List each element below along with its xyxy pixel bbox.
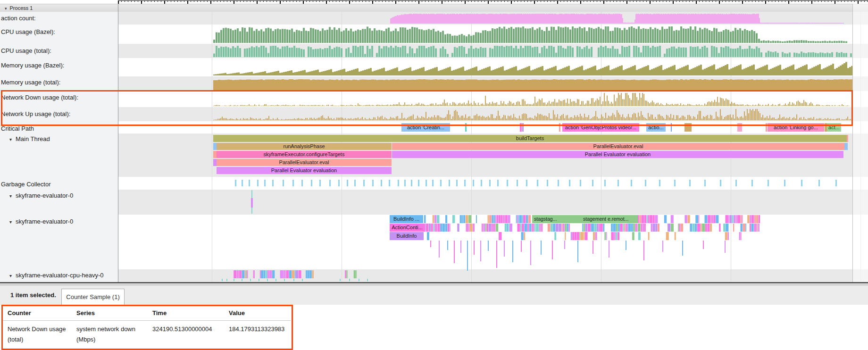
trace-span[interactable]	[213, 151, 217, 158]
track-label-critical-path: Critical Path	[1, 125, 34, 132]
trace-span[interactable]: ActionConti...	[390, 224, 425, 232]
ruler-minor-tick	[276, 0, 277, 2]
trace-span[interactable]	[520, 123, 522, 132]
track-label-text: Network Up usage (total):	[1, 110, 70, 117]
ruler-minor-tick	[501, 0, 501, 2]
ruler-minor-tick	[620, 0, 620, 2]
ruler-major-tick	[257, 0, 258, 4]
track-expander-icon[interactable]: ▾	[9, 137, 12, 142]
track-label-mem-total: Memory usage (total):	[1, 79, 60, 86]
ruler-minor-tick	[551, 0, 551, 2]
ruler-minor-tick	[237, 0, 237, 2]
trace-span[interactable]: buildTargets	[213, 135, 847, 142]
cell-time: 324190.51300000004	[148, 321, 224, 345]
trace-span[interactable]: action 'Creatin...	[401, 123, 450, 132]
process-expander-icon[interactable]: ▾	[5, 6, 7, 11]
ruler-major-tick	[187, 0, 188, 4]
ruler-minor-tick	[636, 0, 637, 2]
track-row-bg	[118, 12, 868, 25]
trace-span[interactable]: runAnalysisPhase	[217, 143, 392, 150]
ruler-minor-tick	[451, 0, 452, 2]
trace-span[interactable]	[847, 135, 848, 142]
trace-span[interactable]	[213, 143, 217, 150]
trace-span[interactable]: skyframeExecutor.configureTargets	[217, 151, 392, 158]
ruler-major-tick	[234, 0, 234, 4]
ruler-minor-tick	[739, 0, 739, 2]
trace-span[interactable]	[684, 123, 692, 132]
trace-span[interactable]: BuildInfo	[390, 232, 424, 240]
ruler-minor-tick	[267, 0, 267, 2]
ruler-major-tick	[557, 0, 558, 4]
ruler-major-tick	[418, 0, 419, 4]
trace-span[interactable]: action 'Linking go...	[768, 123, 824, 132]
track-label-text: Memory usage (total):	[1, 79, 60, 86]
ruler-minor-tick	[412, 0, 412, 2]
ruler-minor-tick	[600, 0, 601, 2]
trace-span[interactable]	[844, 143, 848, 150]
ruler-major-tick	[811, 0, 812, 4]
tab-counter-sample[interactable]: Counter Sample (1)	[61, 289, 125, 305]
track-row-bg	[118, 76, 868, 91]
ruler-minor-tick	[584, 0, 584, 2]
ruler-minor-tick	[240, 0, 241, 2]
ruler-minor-tick	[435, 0, 435, 2]
track-expander-icon[interactable]: ▾	[9, 193, 12, 199]
trace-span[interactable]	[766, 123, 767, 132]
trace-span[interactable]	[213, 159, 217, 166]
trace-viewer: ▾Process 1 action 'Creatin...action 'Gen…	[0, 0, 868, 350]
ruler-minor-tick	[247, 0, 247, 2]
ruler-minor-tick	[260, 0, 260, 2]
ruler-minor-tick	[293, 0, 293, 2]
trace-span[interactable]	[671, 123, 672, 132]
ruler-minor-tick	[385, 0, 386, 2]
track-expander-icon[interactable]: ▾	[9, 219, 12, 225]
ruler-minor-tick	[663, 0, 663, 2]
timeline[interactable]: action 'Creatin...action 'GenObjcProtos …	[0, 12, 868, 282]
trace-span[interactable]	[465, 123, 467, 132]
ruler-minor-tick	[382, 0, 383, 2]
ruler-minor-tick	[498, 0, 498, 2]
trace-span[interactable]: actio...	[646, 123, 666, 132]
overlapping-slice-label: stagement e.remot...	[583, 215, 628, 223]
ruler-minor-tick	[630, 0, 630, 2]
track-label-garbage-collector: Garbage Collector	[1, 181, 51, 188]
ruler-minor-tick	[564, 0, 564, 2]
right-gutter-line	[852, 4, 853, 282]
trace-span[interactable]: BuildInfo ...	[390, 215, 423, 223]
ruler-minor-tick	[283, 0, 284, 2]
panel-splitter[interactable]	[0, 282, 868, 286]
ruler-major-tick	[326, 0, 327, 4]
ruler-minor-tick	[138, 0, 138, 2]
track-row-bg	[118, 107, 868, 121]
ruler-major-tick	[534, 0, 535, 4]
ruler-minor-tick	[623, 0, 624, 2]
ruler-minor-tick	[171, 0, 171, 2]
ruler-minor-tick	[679, 0, 680, 2]
ruler-minor-tick	[296, 0, 297, 2]
trace-span[interactable]	[559, 123, 560, 132]
ruler-minor-tick	[455, 0, 455, 2]
ruler-minor-tick	[640, 0, 640, 2]
track-label-text: Memory usage (Bazel):	[1, 62, 64, 69]
ruler-minor-tick	[191, 0, 191, 2]
table-row[interactable]: Network Down usage (total) system networ…	[3, 321, 291, 345]
ruler-minor-tick	[438, 0, 439, 2]
ruler-minor-tick	[825, 0, 825, 2]
track-label-net-down: Network Down usage (total):	[1, 94, 78, 101]
track-label-text: Garbage Collector	[1, 181, 51, 188]
trace-span[interactable]: ParallelEvaluator.eval	[217, 159, 392, 166]
ruler-minor-tick	[352, 0, 353, 2]
track-expander-icon[interactable]: ▾	[9, 273, 12, 278]
track-row-bg	[118, 269, 868, 282]
trace-span[interactable]: ParallelEvaluator.eval	[392, 143, 844, 150]
ruler-minor-tick	[805, 0, 805, 2]
trace-span[interactable]: Parallel Evaluator evaluation	[217, 167, 392, 174]
ruler-minor-tick	[468, 0, 468, 2]
trace-span[interactable]: action 'GenObjcProtos video/...	[562, 123, 639, 132]
trace-span[interactable]	[522, 123, 524, 132]
panel-divider[interactable]	[118, 4, 118, 282]
trace-span[interactable]: act...	[827, 123, 841, 132]
trace-span[interactable]	[737, 123, 742, 132]
ruler-minor-tick	[376, 0, 376, 2]
trace-span[interactable]: Parallel Evaluator evaluation	[392, 151, 843, 158]
